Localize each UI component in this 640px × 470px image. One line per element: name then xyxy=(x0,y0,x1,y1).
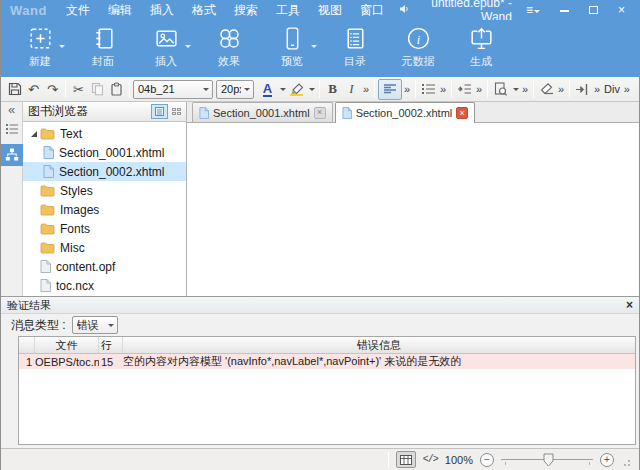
overflow-chevron[interactable]: » xyxy=(622,83,632,95)
panel-grid-button[interactable] xyxy=(172,108,181,115)
tree-item-content-opf[interactable]: content.opf xyxy=(23,257,186,276)
erase-format-button[interactable] xyxy=(537,79,556,99)
overflow-chevron[interactable]: » xyxy=(592,83,602,95)
italic-button[interactable]: I xyxy=(342,79,361,99)
tab-section-0002[interactable]: Section_0002.xhtml × xyxy=(335,102,476,123)
grid-icon xyxy=(172,108,176,111)
find-in-document-button[interactable] xyxy=(491,79,510,99)
menu-file[interactable]: 文件 xyxy=(57,0,99,20)
maximize-button[interactable] xyxy=(589,0,598,20)
preview-button[interactable]: 预览 xyxy=(267,25,317,69)
column-header-message[interactable]: 错误信息 xyxy=(123,337,635,353)
tab-section-0001[interactable]: Section_0001.xhtml × xyxy=(192,102,333,122)
overflow-chevron[interactable]: » xyxy=(520,83,530,95)
zoom-out-button[interactable]: − xyxy=(480,453,494,467)
menu-format[interactable]: 格式 xyxy=(183,0,225,20)
font-color-button[interactable]: A xyxy=(258,79,277,99)
close-validation-button[interactable]: × xyxy=(626,299,633,311)
zoom-level: 100% xyxy=(445,454,473,466)
tree-item-label: Images xyxy=(60,203,99,217)
tree-item-label: Styles xyxy=(60,184,93,198)
tab-close-button[interactable]: × xyxy=(314,107,326,119)
tree-item-fonts-folder[interactable]: Fonts xyxy=(23,219,186,238)
copy-button[interactable] xyxy=(88,79,107,99)
zoom-in-button[interactable]: + xyxy=(600,453,614,467)
tree-item-section-0001[interactable]: Section_0001.xhtml xyxy=(23,143,186,162)
validation-panel: 验证结果 × 消息类型 : 错误 文件 行 错误信息 1 OEBPS/toc.n… xyxy=(1,296,639,448)
column-header-number[interactable] xyxy=(19,337,35,353)
menu-view[interactable]: 视图 xyxy=(309,0,351,20)
tree-item-text-folder[interactable]: Text xyxy=(23,124,186,143)
tab-close-button[interactable]: × xyxy=(456,107,468,119)
column-header-file[interactable]: 文件 xyxy=(35,337,99,353)
indent-button[interactable] xyxy=(455,79,474,99)
hamburger-icon: ≡ xyxy=(526,3,533,17)
expanded-arrow-icon[interactable] xyxy=(31,131,37,137)
menu-search[interactable]: 搜索 xyxy=(225,0,267,20)
chevron-down-icon xyxy=(534,10,540,16)
minimize-button[interactable] xyxy=(560,0,569,20)
book-view-toggle-button[interactable] xyxy=(396,451,416,468)
tree-item-styles-folder[interactable]: Styles xyxy=(23,181,186,200)
toc-list-icon xyxy=(342,25,369,52)
new-button[interactable]: 新建 xyxy=(15,25,65,69)
chevron-down-icon[interactable] xyxy=(513,88,519,94)
menu-insert[interactable]: 插入 xyxy=(141,0,183,20)
chevron-down-icon[interactable] xyxy=(280,88,286,94)
div-tool-button[interactable]: Div xyxy=(602,83,622,95)
document-editor[interactable] xyxy=(187,123,639,296)
panel-view-button[interactable] xyxy=(151,104,168,119)
tree-item-toc-ncx[interactable]: toc.ncx xyxy=(23,276,186,295)
font-size-select[interactable]: 20px xyxy=(216,80,254,99)
window-menu-button[interactable]: ≡ xyxy=(526,0,540,20)
paste-button[interactable] xyxy=(107,79,126,99)
book-browser-tab[interactable] xyxy=(1,144,23,166)
effects-button[interactable]: 效果 xyxy=(204,25,254,69)
highlight-color-button[interactable] xyxy=(287,79,306,99)
overflow-chevron[interactable]: » xyxy=(402,83,412,95)
xhtml-file-icon xyxy=(43,165,54,178)
menu-tools[interactable]: 工具 xyxy=(267,0,309,20)
menu-window[interactable]: 窗口 xyxy=(351,0,393,20)
chevron-down-icon[interactable] xyxy=(309,88,315,94)
tree-item-section-0002[interactable]: Section_0002.xhtml xyxy=(23,162,186,181)
tree-item-images-folder[interactable]: Images xyxy=(23,200,186,219)
clips-list-tab[interactable] xyxy=(6,123,18,137)
overflow-chevron[interactable]: » xyxy=(438,83,448,95)
overflow-chevron[interactable]: » xyxy=(361,83,371,95)
menu-bar: 文件 编辑 插入 格式 搜索 工具 视图 窗口 xyxy=(57,0,393,20)
bold-button[interactable]: B xyxy=(323,79,342,99)
cut-button[interactable]: ✂ xyxy=(69,79,88,99)
save-button[interactable] xyxy=(5,79,24,99)
font-family-select[interactable]: 04b_21 xyxy=(133,80,213,99)
folder-icon xyxy=(40,185,55,197)
column-header-line[interactable]: 行 xyxy=(99,337,123,353)
close-button[interactable]: × xyxy=(618,0,625,20)
align-left-button[interactable] xyxy=(378,79,402,100)
validation-table-header: 文件 行 错误信息 xyxy=(19,337,635,354)
toc-button[interactable]: 目录 xyxy=(330,25,380,69)
metadata-button[interactable]: i 元数据 xyxy=(393,25,443,69)
tree-item-misc-folder[interactable]: Misc xyxy=(23,238,186,257)
bullet-list-button[interactable] xyxy=(419,79,438,99)
slider-thumb[interactable] xyxy=(543,453,554,470)
resize-grip[interactable] xyxy=(623,453,631,467)
validation-error-row[interactable]: 1 OEBPS/toc.ncx 15 空的内容对内容模型 '(navInfo*,… xyxy=(19,354,635,369)
insert-button[interactable]: 插入 xyxy=(141,25,191,69)
opf-file-icon xyxy=(40,260,51,273)
undo-button[interactable]: ↶ xyxy=(24,79,43,99)
code-view-toggle-button[interactable]: </> xyxy=(423,454,438,465)
menu-edit[interactable]: 编辑 xyxy=(99,0,141,20)
overflow-chevron[interactable]: » xyxy=(556,83,566,95)
zoom-slider[interactable] xyxy=(501,452,593,468)
tree-item-label: Misc xyxy=(60,241,85,255)
insert-split-button[interactable] xyxy=(573,79,592,99)
message-type-select[interactable]: 错误 xyxy=(72,316,118,334)
collapse-panel-button[interactable]: « xyxy=(8,103,15,117)
book-browser-header: 图书浏览器 xyxy=(23,102,186,122)
redo-button[interactable]: ↷ xyxy=(43,79,62,99)
overflow-chevron[interactable]: » xyxy=(474,83,484,95)
cover-button[interactable]: 封面 xyxy=(78,25,128,69)
copy-icon xyxy=(91,82,104,96)
generate-button[interactable]: 生成 xyxy=(456,25,506,69)
